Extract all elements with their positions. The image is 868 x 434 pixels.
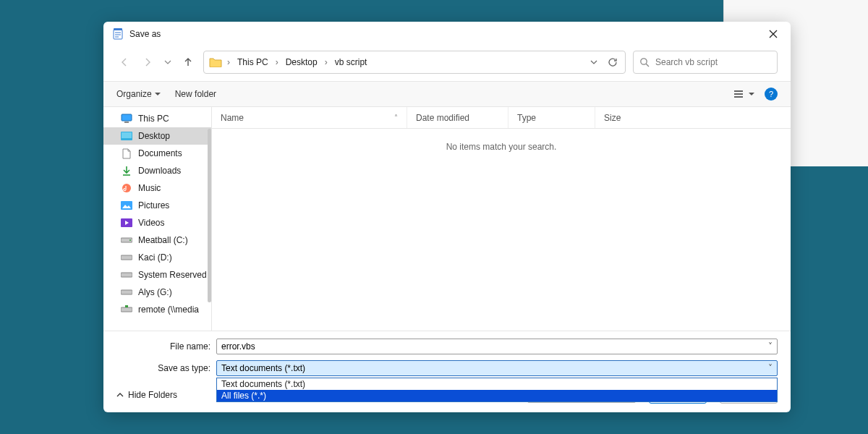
svg-rect-21 [121,273,132,277]
sidebar-item-drive-g[interactable]: Alys (G:) [103,284,211,301]
organize-label: Organize [116,89,152,99]
sidebar-item-label: Meatball (C:) [138,235,188,245]
sidebar-item-label: Music [138,183,161,193]
svg-rect-16 [121,201,132,210]
chevron-down-icon [590,59,597,66]
drive-icon [121,234,132,246]
sidebar-item-label: remote (\\media [138,305,199,315]
hide-folders-button[interactable]: Hide Folders [116,390,177,400]
save-type-dropdown: Text documents (*.txt) All files (*.*) [216,378,778,402]
monitor-icon [121,113,132,124]
footer: File name: ˅ Save as type: Text document… [103,331,791,412]
network-drive-icon [121,304,132,315]
recent-locations-chevron[interactable] [163,59,173,66]
type-option-all[interactable]: All files (*.*) [217,390,777,401]
arrow-right-icon [142,56,153,68]
file-name-combo[interactable]: ˅ [216,339,778,354]
svg-rect-13 [122,132,132,138]
sidebar-item-system-reserved[interactable]: System Reserved [103,266,211,284]
empty-message: No items match your search. [212,129,791,331]
sidebar-item-remote[interactable]: remote (\\media [103,301,211,318]
save-type-value: Text documents (*.txt) [221,363,768,373]
drive-icon [121,252,132,263]
new-folder-button[interactable]: New folder [175,89,216,99]
sidebar-item-videos[interactable]: Videos [103,214,211,231]
music-icon [121,182,132,194]
file-list: Name ˄ Date modified Type Size No items … [212,107,791,331]
svg-rect-1 [114,28,122,30]
folder-icon [208,55,223,69]
sidebar-item-music[interactable]: Music [103,179,211,197]
dialog-title: Save as [129,29,161,39]
sidebar-item-label: Desktop [138,131,170,141]
desktop-icon [121,130,132,142]
sidebar-item-drive-c[interactable]: Meatball (C:) [103,231,211,249]
search-icon [639,57,650,67]
column-type[interactable]: Type [509,107,595,128]
sidebar-item-this-pc[interactable]: This PC [103,110,211,127]
type-option-txt[interactable]: Text documents (*.txt) [217,378,777,390]
sidebar-item-label: Downloads [138,166,181,176]
sidebar: This PC Desktop Documents Downloads Musi… [103,107,212,331]
column-date[interactable]: Date modified [407,107,509,128]
chevron-down-icon[interactable]: ˅ [768,341,773,352]
column-size[interactable]: Size [595,107,653,128]
breadcrumb-sep: › [226,57,231,67]
sort-indicator-icon: ˄ [394,114,398,122]
sidebar-item-drive-d[interactable]: Kaci (D:) [103,249,211,266]
download-icon [121,165,132,176]
save-type-combo[interactable]: Text documents (*.txt) ˅ [216,360,778,376]
organize-button[interactable]: Organize [116,89,161,99]
arrow-up-icon [182,56,194,68]
svg-point-15 [122,184,131,192]
breadcrumb-bar[interactable]: › This PC › Desktop › vb script [203,51,626,74]
sidebar-item-desktop[interactable]: Desktop [103,127,211,145]
column-headers: Name ˄ Date modified Type Size [212,107,791,129]
drive-icon [121,269,132,281]
column-name[interactable]: Name ˄ [212,107,407,128]
sidebar-scrollbar[interactable] [208,129,211,302]
view-options-button[interactable] [734,90,754,98]
svg-rect-23 [121,307,132,312]
file-name-input[interactable] [221,341,768,352]
help-button[interactable]: ? [765,88,778,101]
sidebar-item-pictures[interactable]: Pictures [103,197,211,214]
close-button[interactable] [765,25,782,43]
svg-point-5 [641,59,647,64]
sidebar-item-label: Videos [138,218,164,228]
chevron-down-icon[interactable]: ˅ [768,363,773,373]
sidebar-item-label: Pictures [138,200,169,210]
breadcrumb-item-1[interactable]: Desktop [283,56,320,69]
svg-rect-11 [124,122,129,123]
list-view-icon [734,90,746,98]
sidebar-item-label: Kaci (D:) [138,252,172,263]
svg-point-19 [129,239,131,241]
file-name-label: File name: [116,341,210,352]
breadcrumb-item-0[interactable]: This PC [234,56,271,69]
toolbar: Organize New folder ? [103,81,791,107]
forward-button[interactable] [140,54,156,70]
breadcrumb-item-2[interactable]: vb script [332,56,370,69]
sidebar-item-label: This PC [138,114,169,124]
document-icon [121,148,132,159]
search-input[interactable] [655,57,771,67]
chevron-down-icon [155,91,161,97]
refresh-icon [608,57,618,67]
titlebar: Save as [103,22,791,46]
svg-rect-24 [125,305,128,307]
chevron-down-icon [164,59,171,66]
svg-rect-20 [121,255,132,260]
videos-icon [121,217,132,229]
save-as-dialog: Save as › This PC › Desktop › vb scrip [103,22,791,412]
sidebar-item-documents[interactable]: Documents [103,145,211,162]
up-button[interactable] [180,54,196,70]
search-box[interactable] [633,51,778,74]
back-button[interactable] [116,54,132,70]
sidebar-item-label: Documents [138,148,182,158]
nav-row: › This PC › Desktop › vb script [103,46,791,81]
refresh-button[interactable] [605,57,621,67]
sidebar-item-downloads[interactable]: Downloads [103,162,211,179]
breadcrumb-dropdown[interactable] [586,59,602,66]
save-type-label: Save as type: [116,363,210,373]
drive-icon [121,286,132,298]
